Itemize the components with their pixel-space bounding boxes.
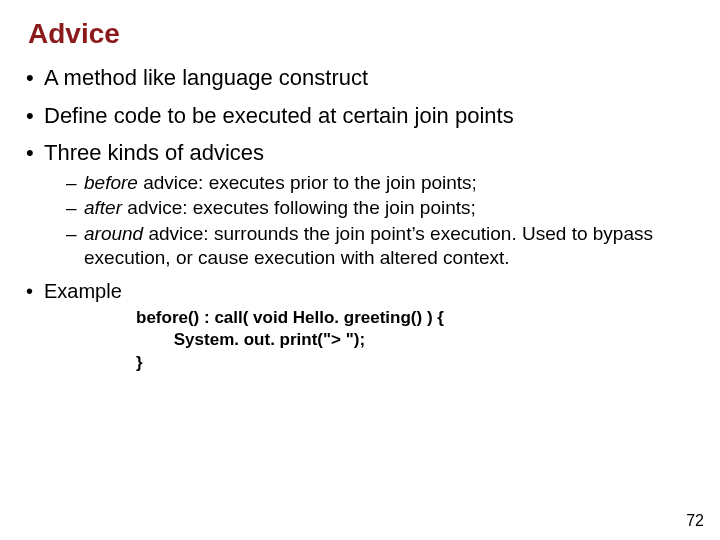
code-line: System. out. print("> ");	[136, 330, 365, 349]
sub-bullet-item: around advice: surrounds the join point’…	[66, 222, 694, 270]
code-block: before() : call( void Hello. greeting() …	[136, 307, 694, 376]
code-line: before() : call( void Hello. greeting() …	[136, 308, 444, 327]
sub-bullet-list: before advice: executes prior to the joi…	[66, 171, 694, 270]
sub-bullet-item: after advice: executes following the joi…	[66, 196, 694, 220]
example-label: Example	[26, 280, 694, 303]
sub-bullet-item: before advice: executes prior to the joi…	[66, 171, 694, 195]
slide-title: Advice	[28, 18, 694, 50]
bullet-text: Three kinds of advices	[44, 140, 264, 165]
sub-bullet-text: advice: executes prior to the join point…	[138, 172, 477, 193]
keyword: before	[84, 172, 138, 193]
bullet-item: Three kinds of advices before advice: ex…	[26, 139, 694, 270]
bullet-list: A method like language construct Define …	[26, 64, 694, 270]
page-number: 72	[686, 512, 704, 530]
bullet-item: Define code to be executed at certain jo…	[26, 102, 694, 130]
bullet-item: A method like language construct	[26, 64, 694, 92]
sub-bullet-text: advice: executes following the join poin…	[122, 197, 476, 218]
slide: Advice A method like language construct …	[0, 0, 720, 540]
sub-bullet-text: advice: surrounds the join point’s execu…	[84, 223, 653, 268]
code-line: }	[136, 353, 143, 372]
keyword: around	[84, 223, 143, 244]
keyword: after	[84, 197, 122, 218]
